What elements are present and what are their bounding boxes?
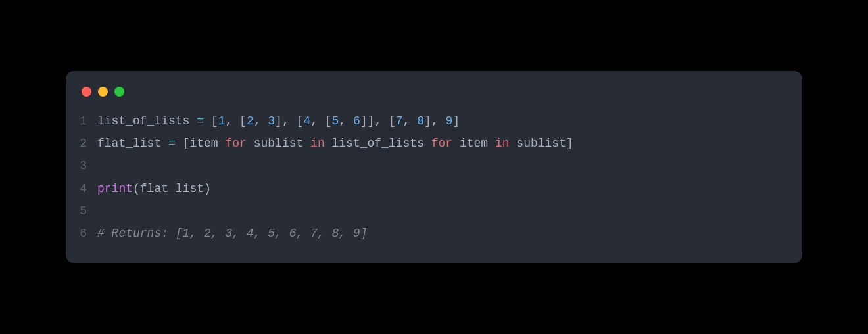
- token: ]], [: [360, 114, 396, 128]
- token: list_of_lists: [97, 114, 197, 128]
- code-content: list_of_lists = [1, [2, 3], [4, [5, 6]],…: [97, 110, 460, 132]
- code-content: [97, 155, 105, 177]
- token: print: [97, 182, 133, 195]
- token: 1: [218, 114, 226, 128]
- token: [item: [176, 137, 226, 150]
- minimize-icon[interactable]: [98, 87, 108, 97]
- line-number: 1: [66, 110, 97, 132]
- code-content: print(flat_list): [97, 178, 211, 200]
- token: , [: [225, 114, 246, 128]
- token: sublist: [247, 137, 310, 150]
- token: list_of_lists: [325, 137, 431, 150]
- token: 4: [303, 114, 310, 128]
- line-number: 3: [66, 155, 97, 177]
- token: [: [204, 114, 218, 128]
- line-number: 2: [66, 132, 97, 155]
- code-line[interactable]: 4print(flat_list): [66, 178, 802, 200]
- token: 2: [247, 114, 254, 128]
- line-number: 6: [66, 222, 97, 245]
- token: ,: [339, 114, 353, 128]
- code-line[interactable]: 5: [66, 200, 802, 222]
- token: ],: [424, 114, 445, 128]
- code-line[interactable]: 1list_of_lists = [1, [2, 3], [4, [5, 6]]…: [66, 110, 802, 132]
- token: in: [310, 137, 325, 150]
- zoom-icon[interactable]: [114, 87, 124, 97]
- code-line[interactable]: 2flat_list = [item for sublist in list_o…: [66, 132, 802, 155]
- token: ,: [403, 114, 418, 128]
- token: ]: [452, 114, 460, 128]
- code-content: [97, 200, 105, 222]
- token: for: [225, 137, 246, 150]
- code-editor[interactable]: 1list_of_lists = [1, [2, 3], [4, [5, 6]]…: [66, 110, 802, 245]
- code-content: # Returns: [1, 2, 3, 4, 5, 6, 7, 8, 9]: [97, 222, 367, 245]
- code-line[interactable]: 6# Returns: [1, 2, 3, 4, 5, 6, 7, 8, 9]: [66, 222, 802, 245]
- code-window: 1list_of_lists = [1, [2, 3], [4, [5, 6]]…: [66, 71, 802, 263]
- code-content: flat_list = [item for sublist in list_of…: [97, 132, 573, 155]
- token: ,: [254, 114, 268, 128]
- window-titlebar: [66, 87, 802, 110]
- token: 6: [353, 114, 360, 128]
- token: , [: [310, 114, 331, 128]
- token: flat_list: [97, 137, 168, 150]
- token: item: [452, 137, 495, 150]
- line-number: 4: [66, 178, 97, 200]
- token: (flat_list): [133, 182, 211, 195]
- code-line[interactable]: 3: [66, 155, 802, 177]
- token: ], [: [275, 114, 303, 128]
- token: 3: [268, 114, 275, 128]
- close-icon[interactable]: [82, 87, 91, 97]
- token: 7: [396, 114, 403, 128]
- token: sublist]: [510, 137, 573, 150]
- token: =: [168, 137, 176, 150]
- line-number: 5: [66, 200, 97, 222]
- token: =: [197, 114, 204, 128]
- token: 5: [332, 114, 339, 128]
- token: in: [495, 137, 510, 150]
- token: 8: [417, 114, 424, 128]
- token: # Returns: [1, 2, 3, 4, 5, 6, 7, 8, 9]: [97, 227, 367, 240]
- token: for: [431, 137, 452, 150]
- token: 9: [445, 114, 452, 128]
